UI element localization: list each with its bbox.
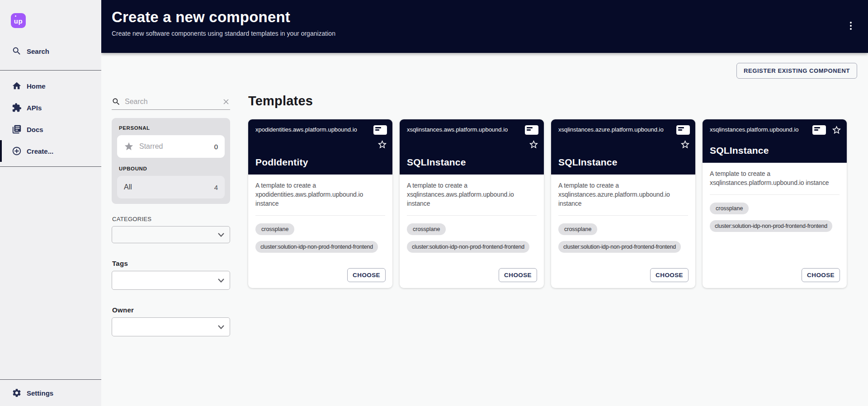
page-subtitle: Create new software components using sta…: [112, 30, 868, 37]
page-header: Create a new component Create new softwa…: [101, 0, 868, 53]
sidebar-item-label: Docs: [27, 126, 43, 133]
register-existing-component-button[interactable]: REGISTER EXISTING COMPONENT: [736, 63, 857, 79]
sidebar-item-settings[interactable]: Settings: [0, 380, 101, 406]
sidebar-item-docs[interactable]: Docs: [0, 118, 101, 140]
filter-panel: PERSONAL Starred 0 UPBOUND All 4 CATEGOR…: [112, 94, 230, 336]
divider: [407, 215, 537, 216]
templates-heading: Templates: [248, 94, 857, 109]
upbound-logo-text: up: [14, 17, 23, 25]
starred-label: Starred: [139, 142, 163, 151]
template-card: xsqlinstances.azure.platform.upbound.io …: [551, 119, 695, 288]
all-label: All: [124, 183, 132, 191]
template-description: A template to create a xpodidentities.aw…: [255, 181, 385, 208]
tags-label: Tags: [112, 260, 230, 267]
chevron-down-icon: [218, 233, 224, 237]
choose-button[interactable]: CHOOSE: [802, 268, 840, 282]
template-title: SQLInstance: [710, 145, 769, 156]
star-outline-icon[interactable]: [831, 125, 842, 135]
template-title: SQLInstance: [558, 157, 618, 168]
kebab-menu-icon[interactable]: [844, 19, 858, 33]
template-card-header: xsqlinstances.platform.upbound.io SQLIns…: [703, 119, 847, 163]
star-outline-icon[interactable]: [680, 139, 690, 150]
template-name: xsqlinstances.azure.platform.upbound.io: [558, 126, 688, 134]
star-outline-icon[interactable]: [528, 139, 539, 150]
owner-label: Owner: [112, 306, 230, 314]
template-card-header: xsqlinstances.aws.platform.upbound.io SQ…: [400, 119, 544, 175]
template-name: xpodidentities.aws.platform.upbound.io: [255, 126, 385, 134]
choose-button[interactable]: CHOOSE: [650, 268, 689, 282]
divider: [710, 194, 840, 195]
sidebar-spacer: [0, 167, 101, 379]
template-type-icon: [812, 125, 826, 135]
tags-select[interactable]: [112, 271, 230, 290]
tag-chip: cluster:solution-idp-non-prod-frontend-f…: [558, 241, 681, 253]
tag-chip: crossplane: [407, 223, 446, 235]
starred-count: 0: [214, 143, 218, 151]
upbound-section-label: UPBOUND: [119, 166, 225, 171]
sidebar-search-label: Search: [27, 47, 49, 55]
template-title: PodIdentity: [255, 157, 308, 168]
sidebar-item-search[interactable]: Search: [0, 40, 101, 62]
personal-section-label: PERSONAL: [119, 125, 225, 131]
divider: [558, 215, 688, 216]
puzzle-icon: [12, 103, 22, 113]
tag-chip: crossplane: [710, 203, 749, 214]
tag-chip: cluster:solution-idp-non-prod-frontend-f…: [710, 220, 832, 232]
tag-chip: crossplane: [558, 223, 597, 235]
content-area: REGISTER EXISTING COMPONENT PERSONAL Sta…: [101, 53, 868, 406]
template-card: xsqlinstances.platform.upbound.io SQLIns…: [703, 119, 847, 288]
template-card-body: A template to create a xsqlinstances.aws…: [400, 175, 544, 288]
docs-icon: [12, 124, 22, 134]
template-type-icon: [676, 125, 690, 135]
sidebar-item-home[interactable]: Home: [0, 75, 101, 97]
sidebar-item-label: APIs: [27, 104, 42, 112]
template-search-field: [112, 94, 230, 110]
template-card: xpodidentities.aws.platform.upbound.io P…: [248, 119, 392, 288]
tag-chip: crossplane: [255, 223, 294, 235]
sidebar: up Search Home APIs Docs Create...: [0, 0, 101, 406]
sidebar-divider: [0, 70, 101, 71]
sidebar-item-apis[interactable]: APIs: [0, 97, 101, 118]
categories-label: CATEGORIES: [112, 216, 230, 222]
sidebar-item-create[interactable]: Create...: [0, 140, 101, 162]
owner-select[interactable]: [112, 317, 230, 336]
chevron-down-icon: [218, 325, 224, 329]
upbound-logo[interactable]: up: [11, 13, 26, 28]
gear-icon: [12, 388, 22, 398]
tag-chip: cluster:solution-idp-non-prod-frontend-f…: [407, 241, 529, 253]
choose-button[interactable]: CHOOSE: [347, 268, 386, 282]
template-title: SQLInstance: [407, 157, 466, 168]
template-name: xsqlinstances.aws.platform.upbound.io: [407, 126, 537, 134]
tag-chip: cluster:solution-idp-non-prod-frontend-f…: [255, 241, 378, 253]
plus-circle-icon: [12, 146, 22, 156]
search-icon: [112, 97, 121, 106]
template-description: A template to create a xsqlinstances.pla…: [710, 170, 840, 188]
template-description: A template to create a xsqlinstances.aws…: [407, 181, 537, 208]
ownership-filter-card: PERSONAL Starred 0 UPBOUND All 4: [112, 118, 230, 204]
search-icon: [12, 46, 22, 56]
sidebar-settings-label: Settings: [27, 389, 53, 397]
template-type-icon: [525, 125, 538, 135]
sidebar-item-label: Home: [27, 82, 46, 90]
template-card-grid: xpodidentities.aws.platform.upbound.io P…: [248, 119, 857, 288]
star-outline-icon[interactable]: [377, 139, 387, 150]
chevron-down-icon: [218, 279, 224, 283]
all-count: 4: [214, 184, 218, 191]
template-description: A template to create a xsqlinstances.azu…: [558, 181, 688, 208]
template-card-header: xsqlinstances.azure.platform.upbound.io …: [551, 119, 695, 175]
template-card: xsqlinstances.aws.platform.upbound.io SQ…: [400, 119, 544, 288]
template-type-icon: [373, 125, 387, 135]
template-card-body: A template to create a xsqlinstances.pla…: [703, 163, 847, 288]
star-filled-icon: [124, 142, 134, 151]
templates-section: Templates xpodidentities.aws.platform.up…: [248, 94, 857, 288]
filter-all[interactable]: All 4: [117, 176, 225, 198]
filter-starred[interactable]: Starred 0: [117, 135, 225, 158]
page-title: Create a new component: [112, 9, 868, 26]
clear-search-icon[interactable]: [222, 98, 230, 106]
sidebar-item-label: Create...: [27, 147, 53, 155]
choose-button[interactable]: CHOOSE: [499, 268, 537, 282]
categories-select[interactable]: [112, 226, 230, 243]
divider: [255, 215, 385, 216]
search-input[interactable]: [125, 98, 222, 106]
template-card-body: A template to create a xpodidentities.aw…: [248, 175, 392, 288]
